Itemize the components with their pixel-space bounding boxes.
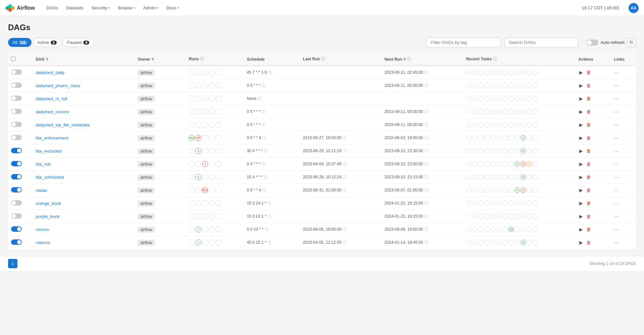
refresh-button[interactable]: ↻ (627, 38, 636, 47)
info-icon[interactable]: ⓘ (425, 70, 429, 75)
schedule-info-icon[interactable]: ⓘ (262, 162, 265, 167)
run-circle[interactable]: 1 (195, 148, 201, 154)
info-icon[interactable]: ⓘ (425, 187, 429, 193)
info-icon[interactable]: ⓘ (343, 227, 347, 232)
more-links-button[interactable]: ··· (614, 174, 619, 180)
info-icon[interactable]: ⓘ (425, 109, 429, 115)
run-button[interactable]: ▶ (578, 108, 584, 115)
task-circle[interactable]: 1 (521, 187, 526, 193)
dag-name-link[interactable]: dailymed_zip_file_metadata (36, 122, 90, 127)
th-nextrun[interactable]: Next Run ⇅ ⓘ (382, 53, 463, 66)
nav-dags[interactable]: DAGs (43, 3, 61, 12)
more-links-button[interactable]: ··· (614, 187, 619, 193)
delete-button[interactable]: 🗑 (585, 134, 592, 142)
schedule-info-icon[interactable]: ⓘ (267, 214, 271, 219)
more-links-button[interactable]: ··· (614, 122, 619, 127)
tab-all[interactable]: All 14 (8, 38, 32, 47)
run-circle[interactable]: 7 (195, 226, 201, 232)
dag-name-link[interactable]: rxnorm (36, 227, 49, 232)
recent-info-icon[interactable]: ⓘ (493, 57, 497, 61)
more-links-button[interactable]: ··· (614, 70, 619, 75)
th-owner[interactable]: Owner ⇅ (135, 53, 186, 66)
run-button[interactable]: ▶ (578, 121, 584, 128)
run-circle[interactable]: 511 (202, 187, 208, 193)
delete-button[interactable]: 🗑 (585, 160, 592, 168)
info-icon[interactable]: ⓘ (425, 148, 429, 154)
nav-admin[interactable]: Admin ▾ (140, 3, 162, 12)
dag-name-link[interactable]: purple_book (36, 214, 60, 219)
tab-paused[interactable]: Paused 8 (62, 38, 94, 47)
dag-name-link[interactable]: fda_excluded (36, 149, 61, 154)
dag-name-link[interactable]: fda_ndc (36, 162, 51, 167)
delete-button[interactable]: 🗑 (585, 95, 592, 102)
user-avatar[interactable]: AA (629, 3, 639, 13)
page-btn-1[interactable]: 1 (8, 259, 17, 268)
dag-name-link[interactable]: nadac (36, 188, 47, 193)
task-circle[interactable]: 1 (527, 161, 532, 167)
dag-toggle[interactable] (11, 213, 22, 219)
more-links-button[interactable]: ··· (614, 148, 619, 154)
run-button[interactable]: ▶ (578, 69, 584, 76)
dag-toggle[interactable] (11, 148, 22, 153)
more-links-button[interactable]: ··· (614, 214, 619, 219)
schedule-info-icon[interactable]: ⓘ (262, 109, 265, 114)
nav-security[interactable]: Security ▾ (88, 3, 113, 12)
dag-toggle[interactable] (11, 135, 22, 140)
nav-docs[interactable]: Docs ▾ (163, 3, 182, 12)
dag-toggle[interactable] (11, 174, 22, 179)
info-icon[interactable]: ⓘ (343, 135, 347, 141)
info-icon[interactable]: ⓘ (425, 240, 429, 245)
nav-datasets[interactable]: Datasets (63, 3, 87, 12)
more-links-button[interactable]: ··· (614, 201, 619, 206)
th-dag[interactable]: DAG ⇅ (33, 53, 135, 66)
dag-name-link[interactable]: orange_book (36, 201, 61, 206)
run-button[interactable]: ▶ (578, 186, 584, 194)
run-circle[interactable]: 27 (195, 135, 201, 141)
run-circle[interactable]: 151 (189, 135, 195, 141)
delete-button[interactable]: 🗑 (585, 213, 592, 220)
run-button[interactable]: ▶ (578, 134, 584, 142)
dag-name-link[interactable]: dailymed_pharm_class (36, 83, 80, 88)
tab-active[interactable]: Active 6 (33, 38, 61, 47)
info-icon[interactable]: ⓘ (343, 240, 347, 245)
info-icon[interactable]: ⓘ (343, 174, 347, 180)
run-button[interactable]: ▶ (578, 147, 584, 155)
search-input[interactable] (504, 38, 578, 47)
schedule-info-icon[interactable]: ⓘ (262, 83, 265, 88)
more-links-button[interactable]: ··· (614, 240, 619, 245)
auto-refresh-toggle[interactable] (586, 40, 598, 46)
more-links-button[interactable]: ··· (614, 83, 619, 88)
dag-name-link[interactable]: dailymed_daily (36, 70, 64, 75)
dag-toggle[interactable] (11, 122, 22, 127)
info-icon[interactable]: ⓘ (343, 148, 347, 154)
delete-button[interactable]: 🗑 (585, 173, 592, 181)
run-button[interactable]: ▶ (578, 226, 584, 233)
delete-button[interactable]: 🗑 (585, 121, 592, 128)
schedule-info-icon[interactable]: ⓘ (262, 135, 266, 141)
task-circle[interactable]: 2 (521, 161, 526, 167)
schedule-info-icon[interactable]: ⓘ (267, 201, 271, 206)
info-icon[interactable]: ⓘ (425, 227, 429, 232)
dag-name-link[interactable]: fda_enforcement (36, 135, 68, 141)
schedule-info-icon[interactable]: ⓘ (264, 149, 268, 154)
dag-toggle[interactable] (11, 226, 22, 232)
task-circle[interactable]: 5 (521, 240, 526, 245)
run-button[interactable]: ▶ (578, 200, 584, 207)
dag-toggle[interactable] (11, 69, 22, 75)
info-icon[interactable]: ⓘ (425, 214, 429, 219)
task-circle[interactable]: 3 (514, 161, 520, 167)
delete-button[interactable]: 🗑 (585, 82, 592, 89)
dag-toggle[interactable] (11, 82, 22, 88)
schedule-info-icon[interactable]: ⓘ (267, 240, 271, 245)
delete-button[interactable]: 🗑 (585, 69, 592, 76)
run-circle[interactable]: 1 (195, 174, 201, 180)
run-button[interactable]: ▶ (578, 82, 584, 89)
dag-name-link[interactable]: fda_unfinished (36, 175, 64, 180)
run-circle[interactable]: 1 (195, 239, 201, 245)
schedule-info-icon[interactable]: ⓘ (262, 122, 265, 127)
dag-toggle[interactable] (11, 187, 22, 192)
more-links-button[interactable]: ··· (614, 227, 619, 232)
task-circle[interactable]: 8 (521, 174, 526, 180)
delete-button[interactable]: 🗑 (585, 226, 592, 233)
delete-button[interactable]: 🗑 (585, 239, 592, 246)
